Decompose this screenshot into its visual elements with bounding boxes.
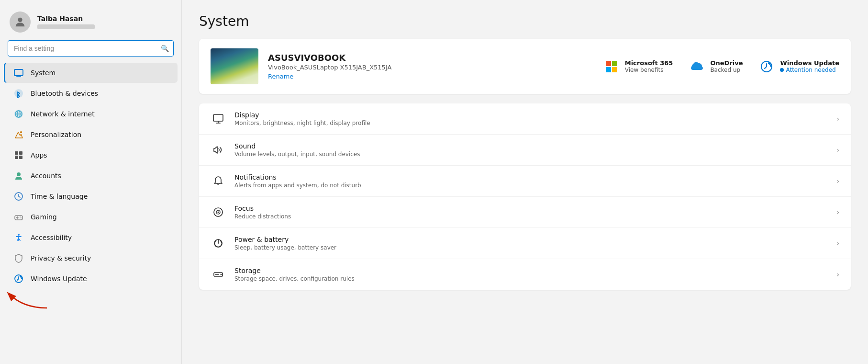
gaming-icon <box>13 212 24 222</box>
storage-title: Storage <box>234 267 828 274</box>
microsoft365-title: Microsoft 365 <box>625 59 673 67</box>
svg-point-12 <box>17 172 21 176</box>
focus-chevron: › <box>836 208 839 216</box>
display-text: Display Monitors, brightness, night ligh… <box>234 111 828 126</box>
svg-point-3 <box>14 89 23 98</box>
sidebar-item-personalization[interactable]: Personalization <box>4 125 178 145</box>
storage-chevron: › <box>836 271 839 278</box>
power-text: Power & battery Sleep, battery usage, ba… <box>234 236 828 251</box>
sidebar-item-privacy[interactable]: Privacy & security <box>4 248 178 268</box>
sidebar-item-accessibility[interactable]: Accessibility <box>4 228 178 248</box>
sidebar-item-gaming[interactable]: Gaming <box>4 207 178 227</box>
windows-update-action[interactable]: Windows Update Attention needed <box>758 58 839 75</box>
red-arrow-indicator <box>0 282 56 310</box>
sidebar-label-accounts: Accounts <box>31 172 61 180</box>
rename-link[interactable]: Rename <box>268 73 293 80</box>
user-icon <box>13 15 27 29</box>
windows-update-action-icon <box>758 58 775 75</box>
sidebar-item-network[interactable]: Network & internet <box>4 104 178 124</box>
notifications-chevron: › <box>836 177 839 185</box>
apps-icon <box>13 150 24 160</box>
notifications-icon <box>211 173 226 189</box>
focus-sub: Reduce distractions <box>234 213 828 220</box>
storage-sub: Storage space, drives, configuration rul… <box>234 275 828 282</box>
sidebar-label-windows-update: Windows Update <box>31 275 87 283</box>
sidebar-item-system[interactable]: System <box>4 63 178 83</box>
svg-point-28 <box>218 212 219 213</box>
svg-point-18 <box>21 217 22 218</box>
power-icon <box>211 236 226 251</box>
device-name: ASUSVIVOBOOK <box>268 53 593 63</box>
microsoft365-sub: View benefits <box>625 67 673 73</box>
sidebar-item-accounts[interactable]: Accounts <box>4 166 178 186</box>
windows-update-icon <box>13 273 24 284</box>
settings-item-focus[interactable]: Focus Reduce distractions › <box>199 197 851 228</box>
user-name: Taiba Hasan <box>37 15 95 23</box>
microsoft365-action[interactable]: Microsoft 365 View benefits <box>603 58 673 75</box>
sound-icon <box>211 142 226 158</box>
sidebar-label-system: System <box>31 69 56 77</box>
sound-title: Sound <box>234 142 828 150</box>
settings-item-sound[interactable]: Sound Volume levels, output, input, soun… <box>199 135 851 166</box>
device-card: ASUSVIVOBOOK VivoBook_ASUSLaptop X515JAB… <box>199 39 851 94</box>
sound-text: Sound Volume levels, output, input, soun… <box>234 142 828 158</box>
search-icon: 🔍 <box>161 45 169 52</box>
microsoft365-text: Microsoft 365 View benefits <box>625 59 673 73</box>
update-dot <box>780 68 784 72</box>
power-title: Power & battery <box>234 236 828 243</box>
user-email <box>37 24 95 29</box>
sidebar-label-apps: Apps <box>31 151 47 159</box>
sidebar-item-apps[interactable]: Apps <box>4 145 178 165</box>
sidebar-label-gaming: Gaming <box>31 213 57 221</box>
settings-list: Display Monitors, brightness, night ligh… <box>199 103 851 290</box>
sidebar-item-bluetooth[interactable]: Bluetooth & devices <box>4 83 178 103</box>
notifications-sub: Alerts from apps and system, do not dist… <box>234 182 828 189</box>
settings-item-storage[interactable]: Storage Storage space, drives, configura… <box>199 259 851 290</box>
settings-item-notifications[interactable]: Notifications Alerts from apps and syste… <box>199 166 851 197</box>
svg-rect-10 <box>15 156 18 159</box>
display-sub: Monitors, brightness, night light, displ… <box>234 120 828 126</box>
onedrive-text: OneDrive Backed up <box>710 59 743 73</box>
display-icon <box>211 111 226 126</box>
navigation: System Bluetooth & devices Network & <box>0 62 181 289</box>
sidebar-item-time[interactable]: Time & language <box>4 186 178 206</box>
sidebar: Taiba Hasan 🔍 System Blu <box>0 0 182 364</box>
svg-rect-1 <box>14 69 23 76</box>
sidebar-label-time: Time & language <box>31 193 88 200</box>
svg-rect-2 <box>16 76 21 77</box>
svg-point-7 <box>20 131 22 133</box>
power-sub: Sleep, battery usage, battery saver <box>234 244 828 251</box>
device-actions: Microsoft 365 View benefits OneDrive Bac… <box>603 58 839 75</box>
settings-item-display[interactable]: Display Monitors, brightness, night ligh… <box>199 103 851 135</box>
display-title: Display <box>234 111 828 119</box>
svg-point-17 <box>20 216 21 217</box>
sidebar-item-windows-update[interactable]: Windows Update <box>4 269 178 289</box>
onedrive-sub: Backed up <box>710 67 743 73</box>
onedrive-icon <box>688 58 705 75</box>
search-input[interactable] <box>8 40 174 57</box>
search-box[interactable]: 🔍 <box>8 40 174 57</box>
avatar <box>10 11 31 33</box>
svg-point-19 <box>18 234 20 236</box>
device-image <box>211 48 258 84</box>
microsoft365-icon <box>603 58 620 75</box>
personalization-icon <box>13 129 24 140</box>
focus-text: Focus Reduce distractions <box>234 205 828 220</box>
power-chevron: › <box>836 239 839 247</box>
focus-icon <box>211 205 226 220</box>
display-chevron: › <box>836 115 839 123</box>
page-title: System <box>199 13 851 29</box>
system-icon <box>13 68 24 78</box>
windows-update-action-title: Windows Update <box>780 59 839 67</box>
sound-sub: Volume levels, output, input, sound devi… <box>234 151 828 158</box>
storage-text: Storage Storage space, drives, configura… <box>234 267 828 282</box>
storage-icon <box>211 267 226 282</box>
user-info: Taiba Hasan <box>37 15 95 29</box>
onedrive-action[interactable]: OneDrive Backed up <box>688 58 743 75</box>
time-icon <box>13 191 24 202</box>
accounts-icon <box>13 171 24 181</box>
user-section: Taiba Hasan <box>0 8 181 40</box>
settings-item-power[interactable]: Power & battery Sleep, battery usage, ba… <box>199 228 851 259</box>
network-icon <box>13 109 24 119</box>
svg-rect-8 <box>15 151 18 155</box>
